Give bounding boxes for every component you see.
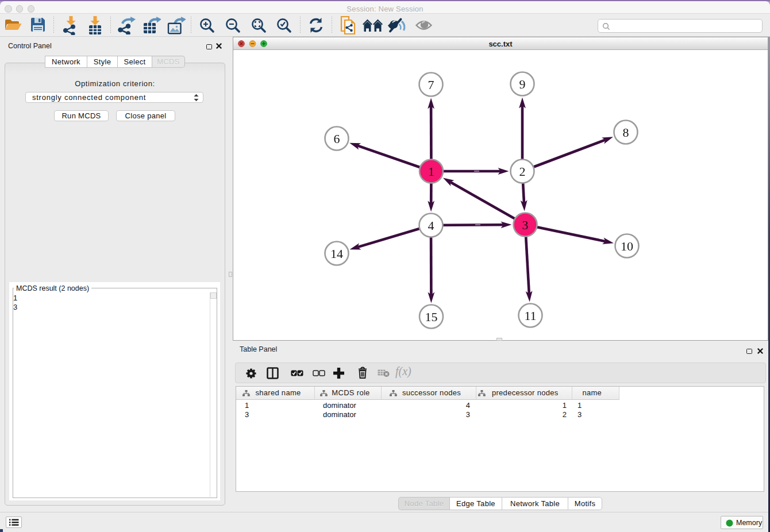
svg-text:6: 6 (334, 132, 340, 146)
svg-text:3: 3 (522, 218, 529, 232)
svg-text:2: 2 (519, 164, 526, 179)
svg-text:8: 8 (623, 125, 629, 140)
svg-text:1: 1 (428, 164, 434, 179)
svg-text:4: 4 (428, 218, 434, 233)
svg-text:9: 9 (519, 77, 526, 91)
svg-text:14: 14 (330, 246, 343, 261)
svg-text:15: 15 (425, 310, 438, 324)
svg-text:10: 10 (621, 239, 633, 253)
svg-text:11: 11 (524, 309, 536, 323)
svg-text:7: 7 (428, 78, 434, 92)
